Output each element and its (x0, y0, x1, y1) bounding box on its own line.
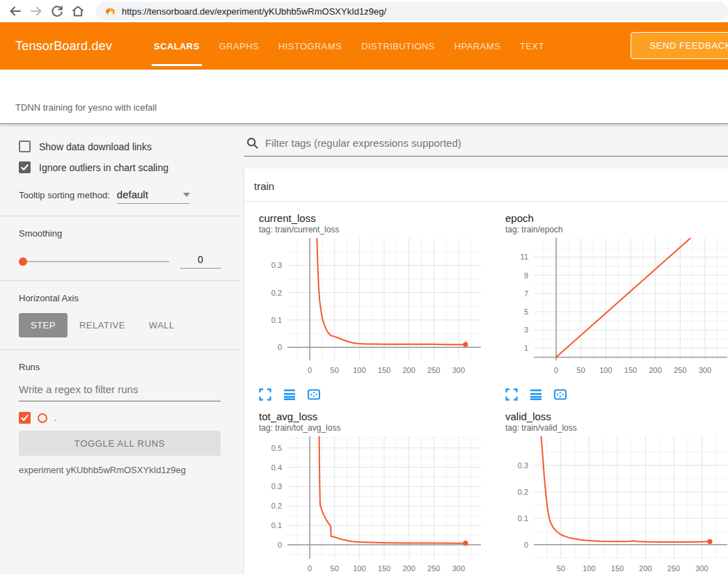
tag-group-card: train current_losstag: train/current_los… (244, 168, 728, 574)
axis-step-button[interactable]: STEP (19, 313, 68, 337)
divider (0, 349, 240, 350)
svg-text:250: 250 (427, 366, 440, 374)
chart-tag: tag: train/epoch (505, 225, 728, 235)
svg-text:200: 200 (649, 366, 661, 374)
svg-text:0.2: 0.2 (518, 488, 528, 496)
tab-graphs[interactable]: GRAPHS (209, 22, 269, 70)
svg-text:0: 0 (278, 343, 282, 351)
log-scale-icon[interactable] (528, 387, 544, 402)
toggle-all-runs-button[interactable]: TOGGLE ALL RUNS (19, 431, 221, 456)
line-chart-plot[interactable]: 0501001502002503001357911 (500, 236, 728, 382)
svg-text:0.1: 0.1 (271, 521, 282, 529)
svg-text:150: 150 (611, 564, 624, 573)
send-feedback-button[interactable]: SEND FEEDBACK (631, 32, 728, 59)
show-data-download-links-checkbox[interactable]: Show data download links (19, 141, 221, 152)
expand-icon[interactable] (504, 387, 519, 402)
fit-domain-icon[interactable] (553, 387, 568, 402)
slider-thumb[interactable] (19, 257, 27, 266)
horizontal-axis-toggle: STEPRELATIVEWALL (19, 313, 221, 337)
log-scale-icon[interactable] (282, 387, 297, 402)
tab-distributions[interactable]: DISTRIBUTIONS (351, 22, 445, 70)
runs-label: Runs (19, 362, 221, 372)
address-bar[interactable]: https://tensorboard.dev/experiment/yKUbh… (96, 2, 728, 20)
line-chart-plot[interactable]: 05010015020025030000.10.20.3 (254, 236, 485, 382)
svg-text:50: 50 (331, 564, 339, 573)
runs-filter-input[interactable] (19, 376, 221, 401)
line-chart-plot[interactable]: 05010015020025030000.10.20.30.40.5 (254, 434, 485, 574)
svg-text:0.3: 0.3 (518, 461, 528, 470)
header-tabs: SCALARSGRAPHSHISTOGRAMSDISTRIBUTIONSHPAR… (144, 22, 554, 70)
svg-text:0.3: 0.3 (271, 482, 282, 491)
svg-text:0: 0 (554, 366, 558, 374)
ignore-outliers-checkbox[interactable]: Ignore outliers in chart scaling (19, 161, 221, 173)
run-name: . (54, 413, 56, 423)
axis-wall-button[interactable]: WALL (137, 313, 187, 337)
chart-tag: tag: train/tot_avg_loss (259, 423, 485, 433)
svg-text:250: 250 (674, 366, 686, 374)
home-icon[interactable] (70, 3, 86, 19)
svg-text:300: 300 (452, 366, 465, 374)
chart-tag: tag: train/valid_loss (505, 423, 728, 433)
tensorboard-favicon-icon (105, 6, 116, 17)
svg-text:0.2: 0.2 (271, 502, 282, 510)
tag-group-header[interactable]: train (244, 168, 728, 202)
url-text: https://tensorboard.dev/experiment/yKUbh… (122, 6, 386, 17)
tab-scalars[interactable]: SCALARS (144, 22, 209, 70)
back-icon[interactable] (7, 3, 24, 19)
smoothing-slider[interactable] (19, 261, 169, 262)
svg-text:150: 150 (378, 366, 390, 374)
run-item[interactable]: . (19, 412, 221, 424)
checkbox-unchecked-icon (19, 141, 31, 152)
svg-text:0: 0 (278, 541, 282, 549)
svg-text:11: 11 (521, 253, 528, 261)
chart-current_loss: current_losstag: train/current_loss05010… (254, 212, 485, 402)
divider (0, 280, 240, 281)
tab-text[interactable]: TEXT (510, 22, 554, 70)
svg-text:150: 150 (378, 564, 390, 573)
forward-icon[interactable] (28, 3, 45, 19)
tooltip-sorting-dropdown[interactable]: default (117, 189, 190, 204)
experiment-id-label: experiment yKUbhb5wRmOSXYkId1z9eg (19, 465, 221, 475)
reload-icon[interactable] (49, 3, 65, 19)
svg-text:200: 200 (402, 564, 415, 573)
fit-domain-icon[interactable] (306, 387, 322, 402)
axis-relative-button[interactable]: RELATIVE (68, 313, 137, 337)
charts-grid: current_losstag: train/current_loss05010… (244, 202, 728, 574)
run-checkbox-icon (19, 412, 31, 424)
smoothing-value[interactable]: 0 (180, 254, 221, 269)
browser-toolbar: https://tensorboard.dev/experiment/yKUbh… (0, 0, 728, 22)
svg-text:300: 300 (699, 366, 711, 374)
experiment-title: TDNN training for yesno with icefall (15, 102, 157, 113)
chart-title: epoch (505, 212, 728, 225)
line-chart-plot[interactable]: 5010015020025030000.10.20.3 (500, 434, 728, 574)
chart-tag: tag: train/current_loss (259, 225, 485, 235)
svg-text:3: 3 (524, 326, 528, 334)
svg-text:250: 250 (667, 564, 680, 573)
chart-epoch: epochtag: train/epoch0501001502002503001… (500, 212, 728, 402)
chart-title: tot_avg_loss (259, 410, 485, 423)
app-title: TensorBoard.dev (15, 39, 112, 54)
svg-text:200: 200 (639, 564, 651, 573)
svg-text:7: 7 (524, 289, 528, 298)
svg-text:0.5: 0.5 (271, 444, 282, 452)
svg-text:5: 5 (524, 308, 528, 316)
tab-histograms[interactable]: HISTOGRAMS (269, 22, 351, 70)
scalars-dashboard: train current_losstag: train/current_los… (240, 124, 728, 574)
svg-text:300: 300 (695, 564, 708, 573)
svg-text:0.3: 0.3 (271, 261, 282, 269)
tooltip-sorting-label: Tooltip sorting method: (19, 190, 110, 200)
svg-text:0.2: 0.2 (271, 289, 282, 297)
svg-text:250: 250 (427, 564, 440, 573)
svg-text:1: 1 (524, 344, 528, 352)
expand-icon[interactable] (258, 387, 273, 402)
filter-tags-input[interactable] (265, 137, 728, 149)
svg-text:100: 100 (599, 366, 612, 374)
chart-valid_loss: valid_losstag: train/valid_loss501001502… (500, 410, 728, 574)
settings-sidebar: Show data download links Ignore outliers… (0, 124, 240, 574)
svg-text:0: 0 (308, 564, 312, 573)
smoothing-label: Smoothing (19, 228, 221, 239)
divider (0, 216, 240, 216)
chart-actions (504, 387, 728, 402)
experiment-title-bar: TDNN training for yesno with icefall (0, 70, 728, 124)
tab-hparams[interactable]: HPARAMS (445, 22, 510, 70)
